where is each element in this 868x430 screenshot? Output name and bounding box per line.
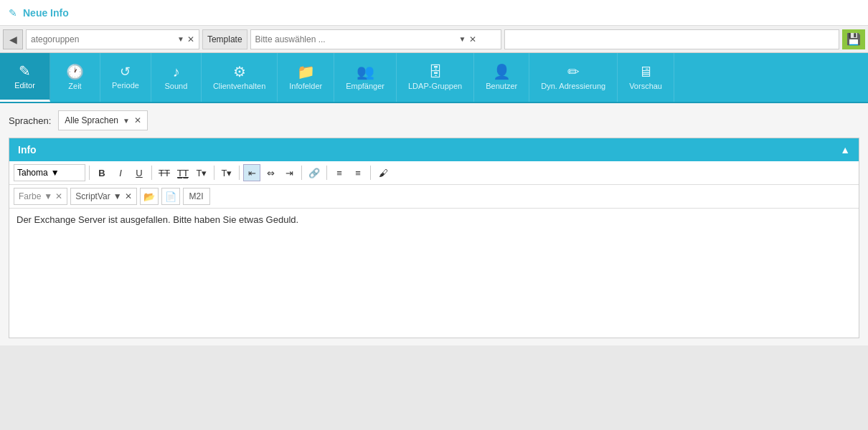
tab-ldapgruppen[interactable]: 🗄 LDAP-Gruppen	[397, 53, 474, 102]
color-close-button[interactable]: ✕	[55, 191, 62, 201]
sprachen-dropdown-arrow[interactable]: ▼	[123, 117, 130, 125]
collapse-button[interactable]: ▲	[840, 144, 850, 156]
tab-sound-label: Sound	[165, 82, 188, 90]
align-right-button[interactable]: ⇥	[280, 164, 298, 181]
category-field[interactable]: ▼ ✕	[26, 29, 199, 49]
strikethrough-icon: TT	[159, 168, 170, 178]
divider3	[214, 166, 214, 180]
save-icon: 💾	[846, 32, 861, 46]
tab-dynadressierung[interactable]: ✏ Dyn. Adressierung	[529, 53, 618, 102]
italic-button[interactable]: I	[112, 164, 129, 181]
tab-infofelder-label: Infofelder	[289, 82, 322, 90]
color-placeholder: Farbe	[19, 191, 41, 201]
tab-zeit[interactable]: 🕐 Zeit	[50, 53, 100, 102]
ldapgruppen-icon: 🗄	[428, 64, 443, 79]
strikethrough2-icon: T̲T̲	[177, 168, 189, 178]
nav-tabs: ✎ Editor 🕐 Zeit ↺ Periode ♪ Sound ⚙ Clie…	[0, 53, 868, 103]
strikethrough-button[interactable]: TT	[156, 164, 173, 181]
divider1	[89, 166, 90, 180]
link-icon: 🔗	[308, 168, 320, 178]
infofelder-icon: 📁	[297, 64, 315, 79]
script-dropdown-arrow[interactable]: ▼	[113, 191, 122, 201]
underline-button[interactable]: U	[131, 164, 148, 181]
tab-clientverhalten-label: Clientverhalten	[213, 82, 265, 90]
tab-empfanger-label: Empfänger	[346, 82, 385, 90]
back-icon: ◀	[9, 34, 17, 45]
tab-infofelder[interactable]: 📁 Infofelder	[278, 53, 334, 102]
sprachen-label: Sprachen:	[9, 115, 51, 126]
italic-icon: I	[119, 168, 122, 178]
align-center-icon: ⇔	[267, 168, 275, 178]
font-select[interactable]: Tahoma ▼	[14, 164, 85, 181]
tab-sound[interactable]: ♪ Sound	[151, 53, 202, 102]
tab-zeit-label: Zeit	[68, 82, 81, 90]
tab-dynadressierung-label: Dyn. Adressierung	[541, 82, 605, 90]
category-input[interactable]	[31, 34, 174, 44]
name-field[interactable]: Exchange Ausfall	[504, 29, 839, 49]
script-close-button[interactable]: ✕	[125, 191, 132, 201]
template-input[interactable]	[255, 34, 456, 44]
script-select[interactable]: ScriptVar ▼ ✕	[70, 188, 136, 205]
window-title: Neue Info	[23, 7, 69, 19]
periode-icon: ↺	[120, 65, 131, 78]
save-button[interactable]: 💾	[842, 29, 865, 49]
font-dropdown-arrow: ▼	[51, 168, 60, 178]
list-unordered-button[interactable]: ≡	[349, 164, 367, 181]
toolbar-row: ◀ ▼ ✕ Template ▼ ✕ Exchange Ausfall 💾	[0, 26, 868, 53]
dynadressierung-icon: ✏	[567, 64, 580, 79]
color-dropdown-arrow[interactable]: ▼	[44, 191, 52, 201]
file-button[interactable]: 📄	[161, 188, 180, 205]
info-section: Info ▲ Tahoma ▼ B I U TT T̲	[9, 138, 859, 338]
font-name: Tahoma	[17, 168, 48, 178]
align-left-icon: ⇤	[248, 168, 256, 178]
template-field[interactable]: ▼ ✕	[250, 29, 501, 49]
editor-toolbar-row1: Tahoma ▼ B I U TT T̲T̲ T▾	[9, 161, 859, 185]
strikethrough2-button[interactable]: T̲T̲	[174, 164, 192, 181]
color-select[interactable]: Farbe ▼ ✕	[14, 188, 67, 205]
bold-icon: B	[98, 168, 105, 178]
tab-vorschau-label: Vorschau	[629, 82, 662, 90]
link-button[interactable]: 🔗	[306, 164, 323, 181]
tab-editor-label: Editor	[14, 81, 35, 90]
tab-periode[interactable]: ↺ Periode	[100, 53, 151, 102]
script-value: ScriptVar	[75, 191, 110, 201]
align-right-icon: ⇥	[286, 168, 293, 178]
editor-area[interactable]: Der Exchange Server ist ausgefallen. Bit…	[9, 209, 859, 338]
divider6	[326, 166, 327, 180]
list-ordered-button[interactable]: ≡	[331, 164, 348, 181]
tab-clientverhalten[interactable]: ⚙ Clientverhalten	[202, 53, 278, 102]
paint-button[interactable]: 🖌	[374, 164, 392, 181]
m2i-button[interactable]: M2I	[183, 188, 210, 205]
tab-benutzer-label: Benutzer	[486, 82, 517, 90]
tab-periode-label: Periode	[112, 81, 139, 90]
sprachen-select[interactable]: Alle Sprachen ▼ ✕	[58, 110, 148, 130]
category-dropdown-arrow[interactable]: ▼	[177, 35, 184, 43]
template-dropdown-arrow[interactable]: ▼	[459, 35, 466, 43]
m2i-label: M2I	[189, 191, 204, 201]
align-center-button[interactable]: ⇔	[262, 164, 279, 181]
edit-icon: ✎	[9, 7, 17, 19]
text-size-button[interactable]: T▾	[193, 164, 210, 181]
template-close-button[interactable]: ✕	[469, 34, 476, 44]
tab-benutzer[interactable]: 👤 Benutzer	[474, 53, 529, 102]
name-input[interactable]: Exchange Ausfall	[509, 34, 834, 44]
text-size-icon: T▾	[197, 168, 207, 178]
content-area: Sprachen: Alle Sprachen ▼ ✕ Info ▲ Tahom…	[0, 103, 868, 345]
editor-toolbar-row2: Farbe ▼ ✕ ScriptVar ▼ ✕ 📂 📄 M2I	[9, 185, 859, 209]
align-left-button[interactable]: ⇤	[243, 164, 260, 181]
tab-empfanger[interactable]: 👥 Empfänger	[334, 53, 397, 102]
sound-icon: ♪	[172, 64, 179, 79]
divider2	[151, 166, 152, 180]
tab-vorschau[interactable]: 🖥 Vorschau	[618, 53, 674, 102]
text-format-button[interactable]: T▾	[218, 164, 235, 181]
info-section-label: Info	[18, 144, 37, 156]
bold-button[interactable]: B	[93, 164, 110, 181]
back-button[interactable]: ◀	[3, 29, 23, 49]
category-close-button[interactable]: ✕	[187, 34, 194, 44]
folder-button[interactable]: 📂	[140, 188, 159, 205]
sprachen-close-button[interactable]: ✕	[134, 115, 141, 125]
editor-content-text: Der Exchange Server ist ausgefallen. Bit…	[16, 214, 852, 225]
tab-editor[interactable]: ✎ Editor	[0, 53, 50, 102]
title-bar: ✎ Neue Info	[0, 0, 868, 26]
divider7	[370, 166, 371, 180]
